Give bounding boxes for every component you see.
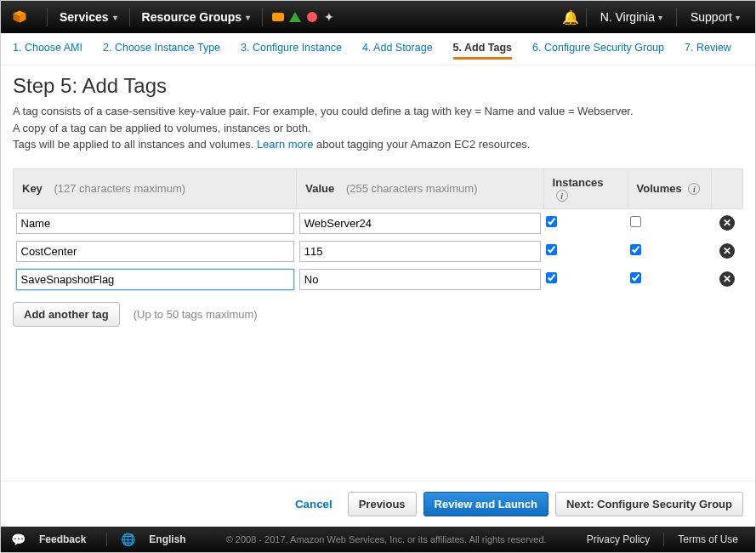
bell-icon[interactable]: 🔔 <box>562 9 579 25</box>
col-header-instances: Instances i <box>543 168 628 208</box>
feedback-link[interactable]: Feedback <box>32 533 93 545</box>
info-icon[interactable]: i <box>688 183 700 195</box>
desc-line-1: A tag consists of a case-sensitive key-v… <box>13 103 743 120</box>
add-tag-hint: (Up to 50 tags maximum) <box>134 308 258 321</box>
page-title: Step 5: Add Tags <box>13 74 743 98</box>
table-row: ✕ <box>14 265 743 294</box>
desc-line-3: Tags will be applied to all instances an… <box>13 136 743 153</box>
page-description: A tag consists of a case-sensitive key-v… <box>13 103 743 153</box>
next-button[interactable]: Next: Configure Security Group <box>555 492 743 516</box>
wizard-step-2[interactable]: 2. Choose Instance Type <box>103 42 220 60</box>
chevron-down-icon: ▾ <box>736 13 740 22</box>
shortcut-icon-3[interactable] <box>304 9 321 25</box>
nav-support-label: Support <box>691 10 732 24</box>
learn-more-link[interactable]: Learn more <box>257 138 313 151</box>
instances-checkbox[interactable] <box>546 272 557 283</box>
col-header-volumes: Volumes i <box>628 168 712 208</box>
col-header-value: Value (255 characters maximum) <box>297 168 543 208</box>
add-tag-row: Add another tag (Up to 50 tags maximum) <box>13 302 743 327</box>
chevron-down-icon: ▾ <box>658 13 662 22</box>
col-header-key: Key (127 characters maximum) <box>14 168 297 208</box>
svg-rect-3 <box>272 13 284 21</box>
wizard-step-6[interactable]: 6. Configure Security Group <box>532 42 664 60</box>
top-nav: Services ▾ Resource Groups ▾ ✦ 🔔 N. Virg… <box>1 1 755 33</box>
tag-value-input[interactable] <box>299 269 541 290</box>
action-bar: Cancel Previous Review and Launch Next: … <box>1 481 755 527</box>
info-icon[interactable]: i <box>556 190 568 202</box>
volumes-checkbox[interactable] <box>630 216 641 227</box>
svg-marker-4 <box>289 12 301 22</box>
delete-tag-button[interactable]: ✕ <box>719 271 735 287</box>
speech-bubble-icon: 💬 <box>11 533 26 546</box>
aws-logo-icon[interactable] <box>9 8 31 26</box>
nav-region[interactable]: N. Virginia ▾ <box>594 10 669 24</box>
shortcut-icon-2[interactable] <box>287 9 304 25</box>
wizard-step-5[interactable]: 5. Add Tags <box>453 42 512 60</box>
chevron-down-icon: ▾ <box>246 13 250 22</box>
delete-tag-button[interactable]: ✕ <box>719 215 735 231</box>
volumes-checkbox[interactable] <box>630 272 641 283</box>
pin-icon[interactable]: ✦ <box>321 9 338 25</box>
tag-key-input[interactable] <box>16 241 294 262</box>
footer-copyright: © 2008 - 2017, Amazon Web Services, Inc.… <box>193 534 580 544</box>
tag-value-input[interactable] <box>299 213 541 234</box>
wizard-step-3[interactable]: 3. Configure Instance <box>241 42 342 60</box>
table-row: ✕ <box>14 237 743 265</box>
nav-region-label: N. Virginia <box>600 10 655 24</box>
tag-key-input[interactable] <box>16 269 294 290</box>
main-content: Step 5: Add Tags A tag consists of a cas… <box>1 66 755 481</box>
tags-table: Key (127 characters maximum) Value (255 … <box>13 168 743 294</box>
nav-services-label: Services <box>60 10 109 24</box>
delete-tag-button[interactable]: ✕ <box>719 243 735 259</box>
wizard-steps: 1. Choose AMI2. Choose Instance Type3. C… <box>1 33 755 66</box>
footer: 💬 Feedback 🌐 English © 2008 - 2017, Amaz… <box>1 527 755 552</box>
nav-resource-groups-label: Resource Groups <box>142 10 242 24</box>
shortcut-icon-1[interactable] <box>270 9 287 25</box>
wizard-step-7[interactable]: 7. Review <box>685 42 731 60</box>
globe-icon: 🌐 <box>121 533 135 546</box>
wizard-step-1[interactable]: 1. Choose AMI <box>13 42 82 60</box>
language-link[interactable]: English <box>142 533 192 545</box>
terms-of-use-link[interactable]: Terms of Use <box>671 533 745 545</box>
privacy-policy-link[interactable]: Privacy Policy <box>580 533 657 545</box>
chevron-down-icon: ▾ <box>113 13 117 22</box>
tag-value-input[interactable] <box>299 241 541 262</box>
table-row: ✕ <box>14 208 743 237</box>
wizard-step-4[interactable]: 4. Add Storage <box>362 42 433 60</box>
instances-checkbox[interactable] <box>546 244 557 255</box>
col-header-delete <box>712 168 743 208</box>
add-another-tag-button[interactable]: Add another tag <box>13 302 120 327</box>
nav-support[interactable]: Support ▾ <box>684 10 747 24</box>
nav-services[interactable]: Services ▾ <box>54 10 122 24</box>
instances-checkbox[interactable] <box>546 216 557 227</box>
previous-button[interactable]: Previous <box>348 492 417 516</box>
cancel-button[interactable]: Cancel <box>287 493 341 516</box>
nav-resource-groups[interactable]: Resource Groups ▾ <box>137 10 255 24</box>
desc-line-2: A copy of a tag can be applied to volume… <box>13 120 743 137</box>
tag-key-input[interactable] <box>16 213 294 234</box>
review-and-launch-button[interactable]: Review and Launch <box>423 492 549 516</box>
volumes-checkbox[interactable] <box>630 244 641 255</box>
svg-point-5 <box>307 12 317 22</box>
